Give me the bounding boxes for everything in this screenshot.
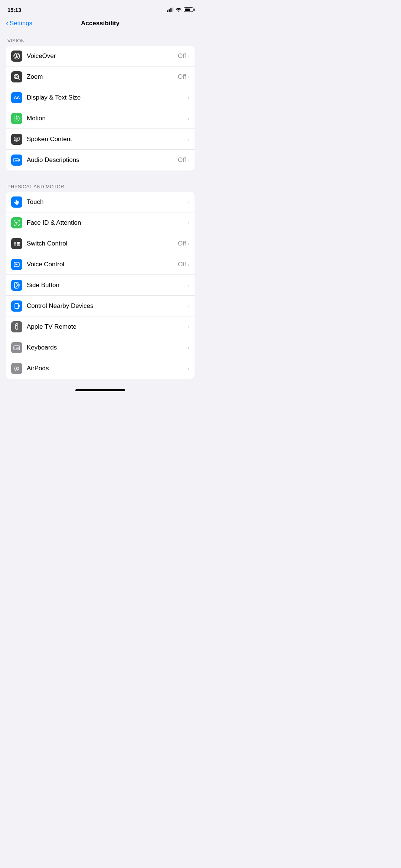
svg-rect-24 <box>16 328 17 328</box>
battery-icon <box>184 7 193 12</box>
list-item[interactable]: 30 Spoken Content › <box>6 129 195 150</box>
back-button[interactable]: ‹ Settings <box>6 19 32 27</box>
svg-rect-29 <box>18 347 19 348</box>
row-label: Display & Text Size <box>27 94 81 101</box>
row-right: › <box>188 95 189 101</box>
chevron-right-icon: › <box>188 345 189 351</box>
svg-rect-25 <box>14 346 20 350</box>
display-icon: AA <box>11 92 22 103</box>
svg-rect-32 <box>18 348 19 349</box>
chevron-right-icon: › <box>188 53 189 59</box>
svg-rect-26 <box>14 347 15 348</box>
airpods-icon <box>11 363 22 374</box>
motion-icon <box>11 113 22 124</box>
svg-point-33 <box>15 367 17 370</box>
svg-point-22 <box>16 325 17 326</box>
svg-rect-20 <box>15 303 19 309</box>
section-header-physical: PHYSICAL AND MOTOR <box>0 178 200 192</box>
list-item[interactable]: Motion › <box>6 108 195 129</box>
svg-point-1 <box>16 54 17 56</box>
list-item[interactable]: Touch › <box>6 192 195 212</box>
row-label: VoiceOver <box>27 52 56 60</box>
page-title: Accessibility <box>81 20 120 27</box>
row-right: Off › <box>178 73 189 81</box>
svg-rect-13 <box>14 242 16 244</box>
svg-rect-23 <box>16 327 17 327</box>
svg-rect-16 <box>17 244 20 246</box>
row-label: Touch <box>27 198 43 206</box>
wifi-icon <box>176 7 182 13</box>
list-item[interactable]: Switch Control Off › <box>6 233 195 254</box>
row-label: Motion <box>27 115 46 122</box>
row-label: Face ID & Attention <box>27 219 81 227</box>
row-right: Off › <box>178 240 189 247</box>
chevron-right-icon: › <box>188 365 189 371</box>
back-label: Settings <box>10 20 32 27</box>
chevron-right-icon: › <box>188 136 189 142</box>
svg-rect-28 <box>17 347 18 348</box>
row-label: Voice Control <box>27 261 64 268</box>
row-right: Off › <box>178 261 189 268</box>
chevron-right-icon: › <box>188 282 189 288</box>
svg-rect-21 <box>16 324 18 329</box>
row-right: › <box>188 136 189 142</box>
home-bar <box>75 389 125 391</box>
svg-point-4 <box>15 75 17 78</box>
row-right: › <box>188 282 189 288</box>
row-label: Apple TV Remote <box>27 323 76 331</box>
row-right: › <box>188 303 189 309</box>
status-bar: 15:13 <box>0 0 200 16</box>
row-label: Control Nearby Devices <box>27 302 94 310</box>
chevron-right-icon: › <box>188 220 189 226</box>
keyboard-icon <box>11 342 22 353</box>
row-label: AirPods <box>27 365 49 372</box>
home-indicator <box>0 386 200 395</box>
row-right: Off › <box>178 156 189 164</box>
list-item[interactable]: Face ID & Attention › <box>6 212 195 233</box>
list-item[interactable]: Control Nearby Devices › <box>6 296 195 316</box>
vision-group: VoiceOver Off › Zoom Off › AA <box>6 46 195 170</box>
faceid-icon <box>11 217 22 228</box>
list-item[interactable]: AD Audio Descriptions Off › <box>6 150 195 170</box>
back-chevron-icon: ‹ <box>6 19 9 27</box>
signal-icon <box>167 7 173 12</box>
row-right: › <box>188 220 189 226</box>
row-right: › <box>188 345 189 351</box>
row-right: › <box>188 199 189 205</box>
nav-bar: ‹ Settings Accessibility <box>0 16 200 32</box>
svg-point-5 <box>16 117 18 120</box>
row-label: Switch Control <box>27 240 68 247</box>
touch-icon <box>11 196 22 208</box>
audio-icon: AD <box>11 155 22 166</box>
svg-point-18 <box>16 264 17 265</box>
row-right: › <box>188 324 189 330</box>
nearby-devices-icon <box>11 300 22 312</box>
list-item[interactable]: Apple TV Remote › <box>6 316 195 337</box>
side-button-icon <box>11 280 22 291</box>
status-time: 15:13 <box>7 7 21 13</box>
list-item[interactable]: Keyboards › <box>6 337 195 358</box>
chevron-right-icon: › <box>188 74 189 80</box>
list-item[interactable]: AA Display & Text Size › <box>6 87 195 108</box>
list-item[interactable]: VoiceOver Off › <box>6 46 195 66</box>
list-item[interactable]: AirPods › <box>6 358 195 379</box>
svg-line-3 <box>18 78 20 79</box>
voice-control-icon <box>11 259 22 270</box>
row-label: Side Button <box>27 282 59 289</box>
chevron-right-icon: › <box>188 261 189 267</box>
svg-rect-14 <box>17 242 20 244</box>
list-item[interactable]: Zoom Off › <box>6 66 195 87</box>
svg-rect-27 <box>16 347 17 348</box>
list-item[interactable]: Voice Control Off › <box>6 254 195 275</box>
svg-rect-15 <box>14 244 16 246</box>
list-item[interactable]: Side Button › <box>6 275 195 296</box>
row-label: Keyboards <box>27 344 57 351</box>
chevron-right-icon: › <box>188 303 189 309</box>
section-header-vision: VISION <box>0 32 200 46</box>
chevron-right-icon: › <box>188 241 189 247</box>
row-label: Spoken Content <box>27 136 72 143</box>
svg-point-34 <box>17 367 19 370</box>
zoom-icon <box>11 71 22 82</box>
chevron-right-icon: › <box>188 116 189 121</box>
spoken-icon: 30 <box>11 134 22 145</box>
